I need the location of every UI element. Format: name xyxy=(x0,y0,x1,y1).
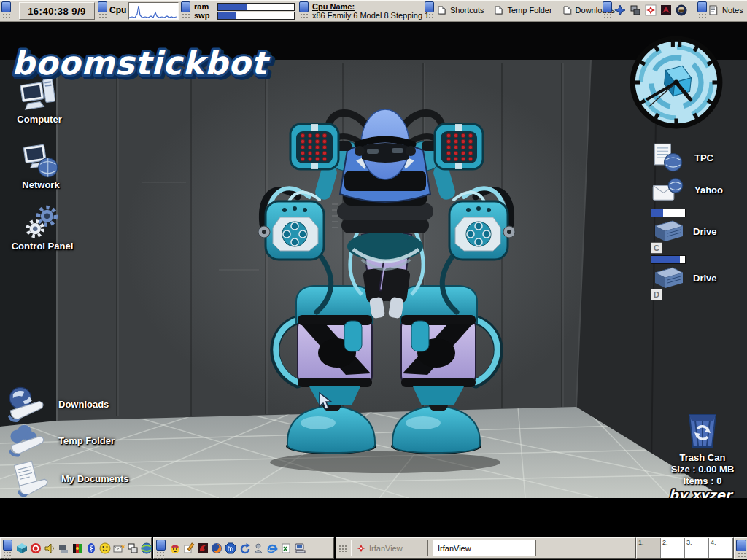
drag-grip[interactable] xyxy=(156,551,164,559)
drive-letter: D xyxy=(651,289,662,300)
desktop-icon-downloads[interactable]: Downloads xyxy=(6,385,109,423)
desktop-icon-network[interactable]: Network xyxy=(6,143,76,190)
virtual-desktop-1[interactable]: 1. xyxy=(637,538,661,558)
drag-grip[interactable] xyxy=(300,13,308,20)
desktop-icon-label: Yahoo xyxy=(694,184,723,195)
module-icon[interactable] xyxy=(697,1,707,12)
notes-icon xyxy=(708,4,719,16)
folder-icon xyxy=(436,4,448,16)
module-handle[interactable] xyxy=(1,0,10,22)
desktop-number: 1. xyxy=(638,539,644,546)
drag-grip[interactable] xyxy=(2,13,10,20)
desktop-icon-my-documents[interactable]: My Documents xyxy=(10,459,128,497)
firefox-icon[interactable] xyxy=(211,542,222,554)
desktop-icon-tpc[interactable]: TPC xyxy=(651,141,713,174)
notes-label: Notes xyxy=(722,6,743,15)
drag-grip[interactable] xyxy=(3,551,11,559)
drive-usage-bar xyxy=(651,255,686,264)
module-handle[interactable] xyxy=(697,0,706,22)
maxthon-icon[interactable] xyxy=(225,542,236,554)
module-handle[interactable] xyxy=(154,538,165,559)
drag-grip[interactable] xyxy=(603,13,611,20)
monitor-icon xyxy=(736,540,746,551)
module-handle[interactable] xyxy=(98,0,107,22)
top-bar: 16:40:38 9/9 Cpu ram swp Cpu Name: x86 F… xyxy=(0,0,747,23)
cube-icon[interactable] xyxy=(16,542,28,554)
swap-meter xyxy=(217,12,295,20)
module-icon[interactable] xyxy=(3,540,12,551)
smiley-icon[interactable] xyxy=(99,542,111,554)
module-handle[interactable] xyxy=(425,0,433,22)
irfanview-icon[interactable] xyxy=(645,4,657,16)
drag-grip[interactable] xyxy=(338,545,347,552)
monitor-module[interactable] xyxy=(734,537,747,560)
power-icon[interactable] xyxy=(30,542,42,554)
printer-icon[interactable] xyxy=(58,542,69,554)
irfanview-icon xyxy=(356,543,366,553)
desktop-icon-computer[interactable]: Computer xyxy=(4,79,74,125)
mail-burst-icon[interactable] xyxy=(113,542,125,554)
logo-text: boomstickbot xyxy=(12,44,271,82)
shortcut-label: Temp Folder xyxy=(507,6,551,15)
star-cross-icon[interactable] xyxy=(614,4,626,16)
module-icon[interactable] xyxy=(156,540,166,551)
module-icon[interactable] xyxy=(98,1,107,12)
globe-icon[interactable] xyxy=(141,542,152,554)
cpu-name-module: Cpu Name: x86 Family 6 Model 8 Stepping … xyxy=(312,1,429,20)
notepad-icon[interactable] xyxy=(183,542,195,554)
virtual-desktop-3[interactable]: 3. xyxy=(685,538,709,558)
drag-grip[interactable] xyxy=(698,13,706,20)
tasks-section: IrfanView IrfanView xyxy=(336,537,636,559)
desktop-icon-yahoo[interactable]: Yahoo xyxy=(651,175,723,204)
workstation-icon[interactable] xyxy=(294,542,306,554)
window-stack-icon[interactable] xyxy=(630,4,641,16)
quick-app-icons xyxy=(614,0,687,20)
bluetooth-icon[interactable] xyxy=(85,542,97,554)
drag-grip[interactable] xyxy=(98,13,107,20)
desktop-icon-control-panel[interactable]: Control Panel xyxy=(7,204,77,252)
module-icon[interactable] xyxy=(1,1,11,12)
credit-text: by xyzer xyxy=(669,487,734,498)
copy-windows-icon[interactable] xyxy=(127,542,139,554)
shortcut-temp-folder[interactable]: Temp Folder xyxy=(493,4,551,16)
desktop-number: 4. xyxy=(711,539,716,546)
yahoo-messenger-icon[interactable] xyxy=(169,542,181,554)
desktop-number: 2. xyxy=(662,539,668,546)
desktop-icon-trash-can[interactable]: Trash Can Size : 0.00 MB Items : 0 xyxy=(660,408,745,487)
volume-icon[interactable] xyxy=(44,542,55,554)
dragon-icon[interactable] xyxy=(197,542,209,554)
task-button-irfanview-active[interactable]: IrfanView xyxy=(433,540,536,556)
desktop-icon-drive-d[interactable]: D Drive xyxy=(651,255,717,300)
ram-meter-fill xyxy=(218,4,247,10)
virtual-desktop-4[interactable]: 4. xyxy=(709,538,733,558)
module-icon[interactable] xyxy=(181,1,190,12)
refresh-icon[interactable] xyxy=(239,542,250,554)
excel-icon[interactable] xyxy=(280,542,292,554)
messenger-icon[interactable] xyxy=(252,542,264,554)
module-icon[interactable] xyxy=(603,1,612,12)
desktop-icon-label: Computer xyxy=(17,114,61,125)
ie-icon[interactable] xyxy=(266,542,278,554)
drag-grip[interactable] xyxy=(425,13,433,20)
notes-shortcut[interactable]: Notes xyxy=(708,0,743,20)
module-icon[interactable] xyxy=(425,1,434,12)
module-handle[interactable] xyxy=(603,0,611,22)
avatar-icon[interactable] xyxy=(676,4,687,16)
desktop-icon-drive-c[interactable]: C Drive xyxy=(651,209,717,254)
game-icon[interactable] xyxy=(660,4,672,16)
virtual-desktop-2[interactable]: 2. xyxy=(661,538,685,558)
shortcut-shortcuts[interactable]: Shortcuts xyxy=(436,4,484,16)
folder-shortcuts: Shortcuts Temp Folder Downloads xyxy=(436,0,615,20)
module-handle[interactable] xyxy=(181,0,190,22)
task-button-irfanview[interactable]: IrfanView xyxy=(351,540,428,556)
tpc-document-icon xyxy=(651,141,684,174)
drag-grip[interactable] xyxy=(182,13,190,20)
module-handle[interactable] xyxy=(299,0,308,22)
module-handle[interactable] xyxy=(1,538,12,559)
module-icon[interactable] xyxy=(299,1,309,12)
quick-launch xyxy=(169,542,306,554)
flag-icon[interactable] xyxy=(71,542,83,554)
trash-title: Trash Can xyxy=(680,452,726,464)
memory-meters: ram swp xyxy=(194,0,296,22)
desktop-icon-temp-folder[interactable]: Temp Folder xyxy=(7,423,115,458)
